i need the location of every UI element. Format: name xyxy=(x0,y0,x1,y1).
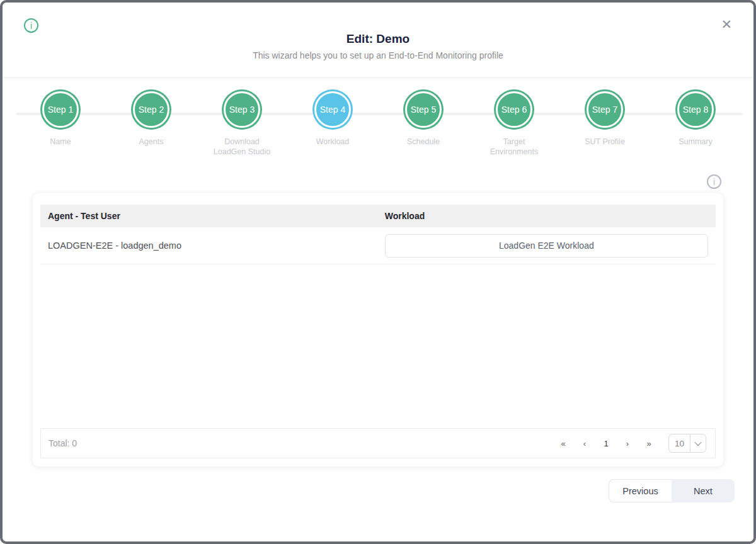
step-7-caption: SUT Profile xyxy=(573,137,636,147)
page-subtitle: This wizard helps you to set up an End-t… xyxy=(3,50,753,60)
previous-button[interactable]: Previous xyxy=(609,479,672,502)
step-3-caption: Download LoadGen Studio xyxy=(210,137,273,157)
step-4-circle[interactable]: Step 4 xyxy=(314,91,351,128)
step-2-caption: Agents xyxy=(120,137,183,147)
step-2-circle[interactable]: Step 2 xyxy=(133,91,169,128)
last-page-button[interactable]: » xyxy=(641,439,656,448)
column-header-agent: Agent - Test User xyxy=(40,211,385,221)
step-8-caption: Summary xyxy=(664,137,727,147)
step-2-agents: Step 2 Agents xyxy=(129,91,174,157)
table-row: LOADGEN-E2E - loadgen_demo LoadGen E2E W… xyxy=(40,227,716,264)
step-1-name: Step 1 Name xyxy=(38,91,83,157)
step-8-summary: Step 8 Summary xyxy=(673,91,718,157)
table-empty-area xyxy=(40,264,716,428)
steps-connector-line xyxy=(16,113,743,115)
first-page-button[interactable]: « xyxy=(556,439,571,448)
wizard-header: i ✕ Edit: Demo This wizard helps you to … xyxy=(3,3,753,78)
step-4-caption: Workload xyxy=(301,137,364,147)
step-6-target-environments: Step 6 Target Environments xyxy=(491,91,537,157)
step-5-circle[interactable]: Step 5 xyxy=(405,91,442,128)
page-title: Edit: Demo xyxy=(3,32,753,46)
step-5-schedule: Step 5 Schedule xyxy=(401,91,446,157)
step-6-caption: Target Environments xyxy=(483,137,546,157)
wizard-actions: Previous Next xyxy=(3,479,735,502)
previous-page-button[interactable]: ‹ xyxy=(577,439,592,448)
workload-table-card: Agent - Test User Workload LOADGEN-E2E -… xyxy=(33,193,723,467)
column-header-workload: Workload xyxy=(385,211,716,221)
total-count-label: Total: 0 xyxy=(49,438,77,448)
current-page-button[interactable]: 1 xyxy=(598,439,614,448)
step-4-workload: Step 4 Workload xyxy=(310,91,355,157)
step-6-circle[interactable]: Step 6 xyxy=(496,91,532,128)
pagination: « ‹ 1 › » 10 xyxy=(553,434,706,453)
edit-profile-wizard-dialog: i ✕ Edit: Demo This wizard helps you to … xyxy=(0,0,756,544)
page-size-value: 10 xyxy=(669,434,690,452)
table-footer: Total: 0 « ‹ 1 › » 10 xyxy=(40,428,716,458)
step-1-caption: Name xyxy=(29,137,92,147)
step-7-circle[interactable]: Step 7 xyxy=(587,91,623,128)
step-8-circle[interactable]: Step 8 xyxy=(677,91,714,128)
step-7-sut-profile: Step 7 SUT Profile xyxy=(582,91,627,157)
wizard-steps: Step 1 Name Step 2 Agents Step 3 Downloa… xyxy=(3,78,753,157)
table-header-row: Agent - Test User Workload xyxy=(40,205,716,227)
info-icon[interactable]: i xyxy=(24,18,38,33)
next-page-button[interactable]: › xyxy=(620,439,635,448)
step-3-circle[interactable]: Step 3 xyxy=(224,91,260,128)
workload-select-button[interactable]: LoadGen E2E Workload xyxy=(385,234,708,258)
next-button[interactable]: Next xyxy=(672,479,735,502)
step-1-circle[interactable]: Step 1 xyxy=(42,91,79,128)
close-icon[interactable]: ✕ xyxy=(721,18,732,31)
table-info-icon[interactable]: i xyxy=(707,174,721,189)
step-5-caption: Schedule xyxy=(392,137,455,147)
chevron-down-icon xyxy=(690,434,706,452)
agent-cell: LOADGEN-E2E - loadgen_demo xyxy=(40,241,385,251)
step-3-download-loadgen-studio: Step 3 Download LoadGen Studio xyxy=(219,91,265,157)
page-size-select[interactable]: 10 xyxy=(668,434,706,453)
